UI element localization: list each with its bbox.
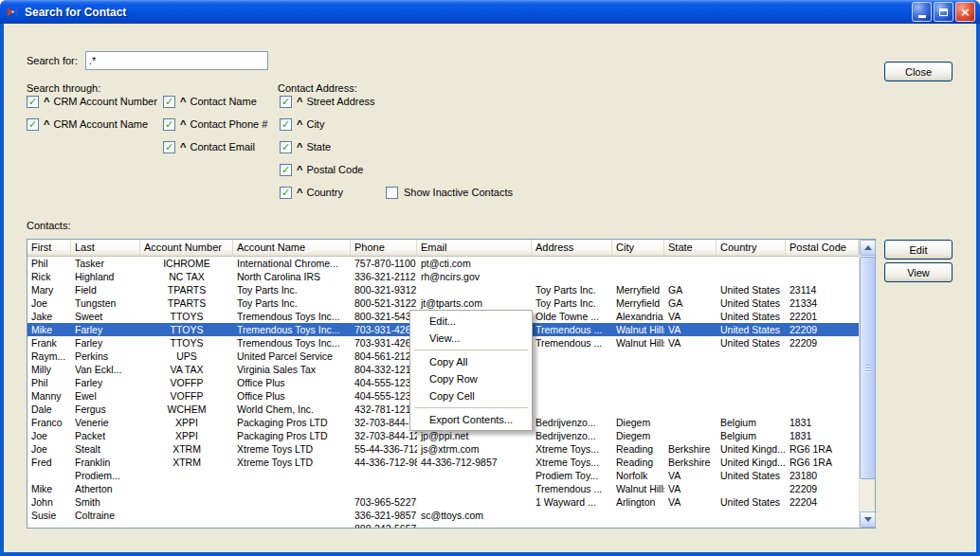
restore-button[interactable]	[934, 2, 953, 22]
titlebar[interactable]: Search for Contact ×	[0, 0, 980, 24]
table-row[interactable]: RickHighlandNC TAXNorth Carolina IRS336-…	[27, 270, 859, 283]
table-cell: United States	[717, 336, 786, 350]
table-row[interactable]: MaryFieldTPARTSToy Parts Inc.800-321-931…	[27, 283, 859, 296]
column-header-phone[interactable]: Phone	[351, 240, 417, 257]
column-header-postal-code[interactable]: Postal Code	[786, 240, 859, 257]
table-row[interactable]: JoeTungstenTPARTSToy Parts Inc.800-521-3…	[27, 296, 859, 310]
app-icon	[5, 5, 20, 20]
table-row[interactable]: JoePacketXPPIPackaging Pros LTD32-703-84…	[27, 429, 859, 442]
table-cell	[612, 522, 664, 528]
checkbox-postal-code[interactable]: ✓^Postal Code	[280, 158, 375, 181]
table-cell: Alexandria	[612, 310, 664, 323]
table-cell: Ewel	[71, 389, 140, 403]
dialog-window: Search for Contact × Search for: Close S…	[0, 0, 980, 556]
checkbox-box-icon[interactable]: ✓	[163, 118, 175, 131]
table-row[interactable]: SusieColtraine336-321-9857sc@ttoys.com	[27, 509, 859, 522]
menu-item-copy-all[interactable]: Copy All	[412, 353, 530, 370]
column-header-state[interactable]: State	[664, 240, 717, 257]
regex-anchor-caret-icon: ^	[44, 96, 49, 107]
menu-item-copy-row[interactable]: Copy Row	[412, 370, 530, 387]
table-cell: TPARTS	[140, 283, 233, 296]
scroll-down-button[interactable]	[860, 511, 876, 528]
menu-item-copy-cell[interactable]: Copy Cell	[412, 387, 530, 404]
table-cell: VOFFP	[140, 376, 233, 389]
column-header-last[interactable]: Last	[71, 240, 140, 257]
table-cell	[27, 469, 71, 482]
checkbox-state[interactable]: ✓^State	[280, 135, 375, 158]
edit-button[interactable]: Edit	[884, 240, 953, 260]
table-cell	[233, 469, 351, 482]
table-cell	[417, 482, 532, 495]
close-window-button[interactable]: ×	[955, 2, 975, 22]
checkbox-box-icon[interactable]	[386, 187, 398, 199]
vertical-scrollbar[interactable]	[859, 240, 875, 528]
table-row[interactable]: Prodiem...Prodiem Toy...NorfolkVAUnited …	[27, 469, 859, 482]
checkbox-box-icon[interactable]: ✓	[280, 118, 292, 131]
column-header-first[interactable]: First	[27, 240, 71, 257]
checkbox-box-icon[interactable]: ✓	[280, 187, 292, 199]
checkbox-contact-name[interactable]: ✓^Contact Name	[163, 90, 267, 113]
column-header-country[interactable]: Country	[717, 240, 786, 257]
table-row[interactable]: FredFranklinXTRMXtreme Toys LTD44-336-71…	[27, 456, 859, 469]
table-cell: North Carolina IRS	[233, 270, 351, 283]
table-cell: 404-555-123...	[351, 389, 417, 403]
table-cell: 22209	[786, 482, 859, 495]
checkbox-contact-email[interactable]: ✓^Contact Email	[163, 135, 267, 158]
table-cell: 703-965-5227	[351, 495, 417, 509]
table-cell	[786, 257, 859, 270]
search-input[interactable]	[85, 51, 268, 70]
table-row[interactable]: MikeAthertonTremendous ...Walnut HillsVA…	[27, 482, 859, 495]
menu-item-export-contents[interactable]: Export Contents...	[412, 411, 530, 428]
checkbox-contact-phone[interactable]: ✓^Contact Phone #	[163, 113, 267, 135]
window-controls: ×	[912, 2, 975, 22]
table-cell	[532, 509, 612, 522]
table-cell: 21334	[786, 296, 859, 310]
column-header-email[interactable]: Email	[417, 240, 532, 257]
column-header-account-number[interactable]: Account Number	[140, 240, 233, 257]
table-cell: Van Eckl...	[71, 363, 140, 376]
column-header-account-name[interactable]: Account Name	[233, 240, 351, 257]
table-cell	[140, 482, 233, 495]
checkbox-street-address[interactable]: ✓^Street Address	[280, 90, 375, 113]
table-cell	[612, 376, 664, 389]
table-row[interactable]: 800-242-5657	[27, 522, 859, 528]
table-cell: 800-321-543...	[351, 310, 417, 323]
checkbox-show-inactive-contacts[interactable]: Show Inactive Contacts	[386, 181, 513, 204]
restore-icon	[939, 9, 948, 16]
table-cell: 32-703-844-1212	[351, 429, 417, 442]
table-cell: 800-521-3122	[351, 296, 417, 310]
column-header-city[interactable]: City	[612, 240, 664, 257]
table-cell	[717, 482, 786, 495]
checkbox-city[interactable]: ✓^City	[280, 113, 375, 135]
menu-item-view[interactable]: View...	[412, 330, 530, 347]
scroll-up-button[interactable]	[860, 240, 876, 256]
table-cell	[612, 509, 664, 522]
table-row[interactable]: JohnSmith703-965-52271 Wayward ...Arling…	[27, 495, 859, 509]
minimize-button[interactable]	[912, 2, 932, 22]
checkbox-box-icon[interactable]: ✓	[27, 118, 39, 131]
checkbox-box-icon[interactable]: ✓	[163, 96, 175, 108]
menu-item-edit[interactable]: Edit...	[412, 313, 530, 330]
checkbox-country[interactable]: ✓^Country	[280, 181, 375, 204]
checkbox-box-icon[interactable]: ✓	[280, 96, 292, 108]
checkbox-box-icon[interactable]: ✓	[163, 141, 175, 153]
table-row[interactable]: JoeStealtXTRMXtreme Toys LTD55-44-336-71…	[27, 442, 859, 456]
scrollbar-thumb[interactable]	[860, 257, 876, 479]
checkbox-crm-account-number[interactable]: ✓^CRM Account Number	[27, 90, 157, 113]
checkbox-box-icon[interactable]: ✓	[280, 141, 292, 153]
table-cell	[351, 469, 417, 482]
table-cell: Perkins	[71, 350, 140, 363]
table-cell: Walnut Hills	[612, 482, 664, 495]
table-cell: jp@ppi.net	[417, 429, 532, 442]
table-cell: 1831	[786, 416, 859, 429]
view-button[interactable]: View	[884, 262, 953, 282]
table-row[interactable]: PhilTaskerICHROMEInternational Chrome...…	[27, 257, 859, 270]
table-cell: Bedrijvenzo...	[532, 416, 612, 429]
table-cell	[717, 376, 786, 389]
table-cell	[717, 270, 786, 283]
checkbox-box-icon[interactable]: ✓	[27, 96, 39, 108]
checkbox-box-icon[interactable]: ✓	[280, 164, 292, 176]
column-header-address[interactable]: Address	[532, 240, 612, 257]
checkbox-crm-account-name[interactable]: ✓^CRM Account Name	[27, 113, 157, 135]
close-button[interactable]: Close	[884, 62, 953, 81]
